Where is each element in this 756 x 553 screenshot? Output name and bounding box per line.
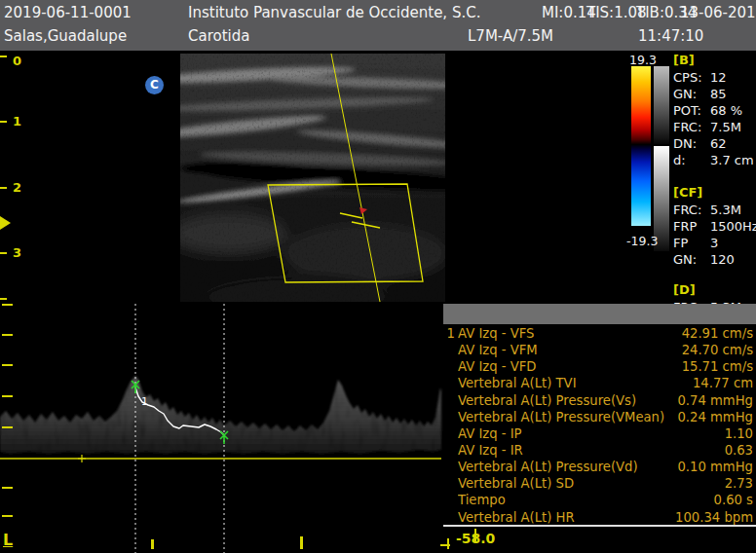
caliper-number-label: 1 <box>141 395 148 408</box>
measurement-row: AV Izq - IP1.10 <box>443 425 755 442</box>
depth-label-1: 1 <box>13 114 21 129</box>
pointer-c-marker-icon[interactable]: C <box>145 76 164 94</box>
measurement-row: Vertebral A(Lt) SD2.73 <box>443 475 755 492</box>
cf-scale-min: -19.3 <box>626 234 658 248</box>
exam-time: 11:47:10 <box>638 27 703 45</box>
results-separator-line <box>443 525 756 527</box>
velocity-tick <box>2 334 13 336</box>
velocity-tick <box>2 364 13 366</box>
probe-label: L7M-A/7.5M <box>468 27 553 45</box>
b-param-row: GN:85 <box>673 86 756 102</box>
patient-name: Salas,Guadalupe <box>4 27 127 45</box>
depth-tick <box>0 55 7 57</box>
measurement-row: Vertebral A(Lt) Pressure(Vd)0.10 mmHg <box>443 459 755 475</box>
orientation-marker: L <box>3 531 13 549</box>
depth-label-0: 0 <box>13 54 21 68</box>
baseline-marker-icon <box>78 455 86 462</box>
header-bar: 2019-06-11-0001 Instituto Panvascular de… <box>0 0 756 51</box>
exam-preset: Carotida <box>188 27 249 45</box>
depth-tick <box>0 298 7 300</box>
velocity-tick <box>2 395 13 397</box>
velocity-tick <box>2 426 13 428</box>
doppler-scale-bottom-label: -58.0 <box>456 531 495 546</box>
spectral-waveform <box>0 376 441 454</box>
institute-name: Instituto Panvascular de Occidente, S.C. <box>188 4 480 21</box>
measurement-row: Vertebral A(Lt) HR100.34 bpm <box>443 509 755 526</box>
cf-param-row: FRC:5.3M <box>673 202 756 218</box>
b-param-row: DN:62 <box>673 135 756 152</box>
color-flow-map-bar <box>631 66 651 226</box>
measurement-row: Vertebral A(Lt) Pressure(VMean)0.24 mmHg <box>443 409 755 425</box>
b-param-row: FRC:7.5M <box>673 119 756 135</box>
depth-label-3: 3 <box>13 245 21 260</box>
cf-mode-title: [CF] <box>673 185 702 200</box>
b-gray-map-bar <box>654 66 669 144</box>
cf-param-row: FRP1500Hz <box>673 218 756 235</box>
cf-scale-max: 19.3 <box>629 53 657 67</box>
depth-tick <box>0 187 7 189</box>
measurement-row: AV Izq - VFM24.70 cm/s <box>443 342 755 358</box>
measurement-row: AV Izq - VFD15.71 cm/s <box>443 358 755 375</box>
measurement-row: 1AV Izq - VFS42.91 cm/s <box>443 325 755 342</box>
velocity-tick <box>2 515 13 517</box>
b-mode-title: [B] <box>673 53 695 67</box>
tissue-speckle <box>180 54 445 302</box>
depth-tick <box>0 252 7 254</box>
ultrasound-screen: 2019-06-11-0001 Instituto Panvascular de… <box>0 0 756 553</box>
results-panel-header[interactable] <box>443 304 756 324</box>
time-tick <box>151 539 154 549</box>
depth-label-2: 2 <box>13 180 21 195</box>
exam-date: 13-06-2019 <box>680 4 756 21</box>
velocity-tick <box>2 304 13 306</box>
depth-tick <box>0 121 7 123</box>
measurement-row: AV Izq - IR0.63 <box>443 442 755 459</box>
b-param-row: POT:68 % <box>673 102 756 119</box>
cf-param-row: GN:120 <box>673 251 756 268</box>
measurement-row: Vertebral A(Lt) Pressure(Vs)0.74 mmHg <box>443 392 755 409</box>
b-param-row: d:3.7 cm <box>673 152 756 168</box>
b-param-row: CPS:12 <box>673 69 756 86</box>
results-table: 1AV Izq - VFS42.91 cm/s AV Izq - VFM24.7… <box>443 325 755 526</box>
b-mode-image <box>180 54 445 302</box>
measurement-row: Tiempo0.60 s <box>443 492 755 508</box>
scale-tick <box>440 544 450 546</box>
focus-marker-icon[interactable] <box>0 216 11 230</box>
measurement-row: Vertebral A(Lt) TVI14.77 cm <box>443 375 755 391</box>
spectral-doppler-display: 1 <box>0 302 443 553</box>
time-tick <box>300 536 303 549</box>
d-mode-title: [D] <box>673 282 696 297</box>
cf-param-row: FP3 <box>673 235 756 251</box>
patient-id: 2019-06-11-0001 <box>4 4 132 21</box>
velocity-tick <box>2 487 13 489</box>
